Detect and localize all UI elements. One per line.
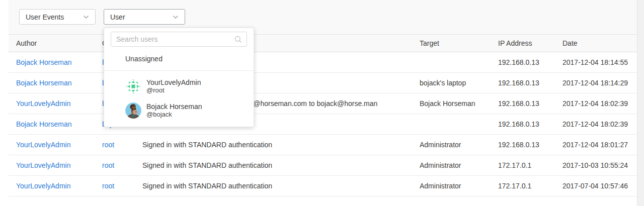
object-link[interactable]: root (102, 141, 114, 149)
column-header-date: Date (555, 39, 637, 47)
author-link[interactable]: Bojack Horseman (16, 120, 72, 128)
table-row: YourLovelyAdmin bojack Updated email add… (9, 93, 637, 114)
target-text: bojack's laptop (412, 79, 491, 87)
date-text: 2017-12-04 18:02:39 (555, 99, 637, 108)
page: User Events User Author Ob (0, 0, 644, 206)
unassigned-label: Unassigned (125, 55, 163, 63)
author-link[interactable]: YourLovelyAdmin (16, 161, 70, 169)
date-text: 2017-12-04 18:02:39 (555, 120, 637, 128)
events-table: Author Object Target IP Address Date Boj… (9, 35, 637, 196)
ip-address-text: 192.168.0.13 (491, 99, 555, 108)
ip-address-text: 172.17.0.1 (491, 161, 555, 169)
table-row: Bojack Horseman bojack 192.168.0.13 2017… (9, 52, 637, 73)
table-row: YourLovelyAdmin root Signed in with STAN… (9, 155, 637, 176)
target-text: Administrator (412, 161, 491, 169)
ip-address-text: 192.168.0.13 (491, 141, 555, 149)
dropdown-option-root[interactable]: YourLovelyAdmin @root (104, 74, 254, 98)
ip-address-text: 172.17.0.1 (491, 182, 555, 190)
date-text: 2017-12-04 18:14:55 (555, 58, 637, 66)
author-link[interactable]: YourLovelyAdmin (16, 99, 70, 108)
object-link[interactable]: root (102, 182, 114, 190)
date-text: 2017-12-04 18:01:27 (555, 141, 637, 149)
dropdown-user-list: YourLovelyAdmin @root (104, 71, 254, 123)
table-row: YourLovelyAdmin root Signed in with STAN… (9, 135, 637, 155)
date-text: 2017-07-04 10:57:46 (555, 182, 637, 190)
user-filter-dropdown: Unassigned (104, 28, 254, 127)
table-header-row: Author Object Target IP Address Date (9, 35, 637, 52)
author-link[interactable]: YourLovelyAdmin (16, 141, 70, 149)
column-header-ip-address: IP Address (491, 39, 555, 47)
table-body: Bojack Horseman bojack 192.168.0.13 2017… (9, 52, 637, 196)
dropdown-option-unassigned[interactable]: Unassigned (104, 47, 254, 70)
chevron-down-icon (173, 15, 179, 19)
target-text: Bojack Horseman (412, 99, 491, 108)
scrollbar[interactable] (637, 0, 644, 206)
table-row: YourLovelyAdmin root Signed in with STAN… (9, 176, 637, 196)
object-link[interactable]: root (102, 161, 114, 169)
user-search-input[interactable] (111, 35, 234, 43)
target-text: Administrator (412, 182, 491, 190)
ip-address-text: 192.168.0.13 (491, 58, 555, 66)
user-filter-select[interactable]: User (104, 9, 185, 25)
chevron-down-icon (83, 15, 89, 19)
user-name: YourLovelyAdmin (146, 78, 201, 86)
column-header-author: Author (9, 39, 95, 47)
author-link[interactable]: YourLovelyAdmin (16, 182, 70, 190)
user-username: @bojack (146, 111, 202, 119)
action-text: Signed in with STANDARD authentication (135, 141, 412, 149)
target-text: Administrator (412, 141, 491, 149)
dropdown-option-bojack[interactable]: Bojack Horseman @bojack (104, 98, 254, 123)
author-link[interactable]: Bojack Horseman (16, 58, 72, 66)
user-filter-select-value: User (110, 13, 125, 21)
action-text: Signed in with STANDARD authentication (135, 161, 412, 169)
toolbar: User Events User (9, 0, 637, 35)
column-header-target: Target (412, 39, 491, 47)
user-search-box (111, 32, 247, 47)
table-row: Bojack Horseman bojack Added email 192.1… (9, 114, 637, 135)
action-text: Signed in with STANDARD authentication (135, 182, 412, 190)
author-link[interactable]: Bojack Horseman (16, 79, 72, 87)
table-row: Bojack Horseman bojack bojack's laptop 1… (9, 73, 637, 93)
search-icon (234, 36, 242, 43)
ip-address-text: 192.168.0.13 (491, 120, 555, 128)
event-type-select[interactable]: User Events (19, 9, 96, 25)
user-username: @root (146, 86, 201, 94)
event-type-select-value: User Events (26, 13, 64, 21)
horse-photo-avatar (125, 102, 141, 119)
date-text: 2017-10-03 10:55:24 (555, 161, 637, 169)
user-name: Bojack Horseman (146, 102, 202, 111)
content-area: User Events User Author Ob (9, 0, 637, 206)
green-identicon-avatar (125, 78, 141, 94)
ip-address-text: 192.168.0.13 (491, 79, 555, 87)
date-text: 2017-12-04 18:14:29 (555, 79, 637, 87)
